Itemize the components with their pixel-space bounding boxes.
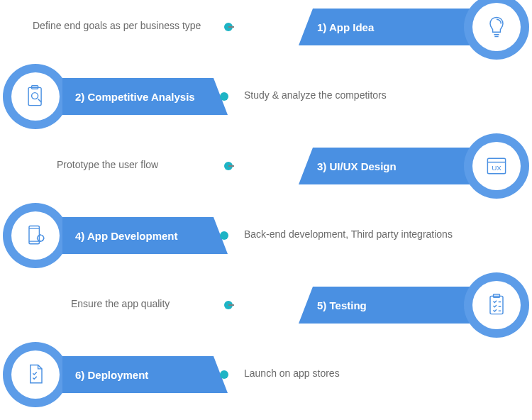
step-1: Define end goals as per business type 1)… — [0, 0, 532, 70]
step-plaque: 3) UI/UX Design — [299, 148, 470, 184]
step-title: 3) UI/UX Design — [317, 160, 397, 172]
connector-line — [228, 165, 234, 167]
step-title: 6) Deployment — [75, 369, 148, 381]
connector-dot — [220, 92, 228, 101]
step-plaque: 1) App Idea — [299, 9, 470, 45]
step-desc: Ensure the app quality — [71, 298, 170, 309]
connector-line — [228, 26, 234, 28]
step-4: 4) App Development Back-end development,… — [0, 209, 532, 278]
clipboard-search-icon — [11, 72, 60, 121]
document-check-icon — [11, 350, 60, 399]
step-desc: Launch on app stores — [244, 368, 340, 379]
step-6: 6) Deployment Launch on app stores — [0, 348, 532, 417]
step-5: Ensure the app quality 5) Testing — [0, 278, 532, 348]
step-plaque: 5) Testing — [299, 287, 470, 324]
step-title: 4) App Development — [75, 230, 177, 242]
step-title: 1) App Idea — [317, 21, 374, 33]
connector-line — [228, 304, 234, 306]
svg-rect-0 — [28, 87, 41, 105]
lightbulb-brain-icon — [472, 3, 521, 51]
connector-dot — [220, 370, 228, 379]
svg-text:UX: UX — [492, 164, 501, 172]
step-desc: Back-end development, Third party integr… — [244, 228, 453, 240]
step-desc: Study & analyze the competitors — [244, 89, 387, 101]
step-plaque: 6) Deployment — [62, 356, 228, 393]
step-3: Prototype the user flow 3) UI/UX Design … — [0, 139, 532, 209]
step-plaque: 2) Competitive Analysis — [62, 78, 228, 115]
connector-dot — [220, 231, 228, 240]
svg-point-2 — [32, 93, 38, 99]
checklist-clipboard-icon — [472, 281, 521, 329]
step-plaque: 4) App Development — [62, 217, 228, 254]
step-title: 5) Testing — [317, 299, 367, 311]
phone-gear-icon — [11, 211, 60, 260]
step-2: 2) Competitive Analysis Study & analyze … — [0, 70, 532, 139]
ux-browser-icon: UX — [472, 142, 521, 190]
step-title: 2) Competitive Analysis — [75, 91, 195, 103]
step-desc: Define end goals as per business type — [33, 20, 201, 31]
step-desc: Prototype the user flow — [57, 159, 158, 170]
